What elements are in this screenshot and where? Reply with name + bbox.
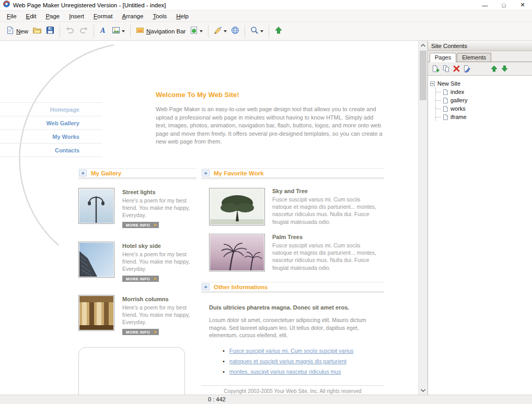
site-panel-toolbar (428, 62, 532, 75)
new-button[interactable]: New (4, 25, 30, 38)
navigation-bar-icon (136, 26, 144, 37)
gallery-item-text[interactable]: Here's a poem for my best friend. You ma… (122, 304, 196, 326)
street-lights-thumbnail[interactable] (78, 188, 114, 224)
svg-text:A: A (100, 27, 105, 34)
chevron-down-icon (224, 30, 227, 32)
gallery-item-text[interactable]: Here's a poem for my best friend. You ma… (122, 197, 196, 219)
gallery-item: Hotel sky side Here's a poem for my best… (78, 242, 196, 282)
other-info-paragraph[interactable]: Losum dolor sit amet, consectetuer adipi… (209, 316, 377, 339)
maximize-button[interactable]: □ (494, 0, 513, 10)
toolbar-separator (208, 25, 209, 38)
favorite-item-text[interactable]: Fusce suscipit varius mi. Cum sociis nat… (272, 242, 381, 271)
save-button[interactable] (44, 25, 56, 38)
hotel-sky-side-thumbnail[interactable] (78, 242, 114, 278)
chevron-down-icon (122, 30, 125, 32)
edit-page-button[interactable] (461, 64, 472, 74)
menu-edit[interactable]: Edit (21, 11, 41, 21)
move-page-up-button[interactable] (489, 64, 499, 74)
navigation-bar-button[interactable]: Navigation Bar (134, 25, 188, 38)
gallery-item-title[interactable]: Hotel sky side (122, 243, 196, 249)
statusbar: 0 : 442 (0, 395, 532, 404)
nav-item-homepage[interactable]: Homepage (0, 103, 102, 116)
welcome-paragraph[interactable]: Web Page Maker is an easy-to-use web pag… (156, 105, 386, 146)
collapse-minus-icon[interactable] (430, 81, 435, 86)
scroll-down-button[interactable] (419, 386, 427, 395)
copyright-text: Copyright 2003-2005 Your Web Site, Inc. … (201, 388, 384, 394)
more-info-button[interactable]: MORE INFO » (122, 329, 159, 335)
page-icon (443, 97, 448, 104)
morrish-columns-thumbnail[interactable] (78, 295, 114, 331)
palm-trees-thumbnail[interactable] (209, 234, 265, 271)
scroll-up-button[interactable] (419, 41, 427, 50)
image-icon (112, 26, 120, 37)
tree-item-iframe[interactable]: iframe (436, 113, 530, 121)
page-canvas[interactable]: Homepage Web Gallery My Works Contacts W… (0, 41, 418, 395)
undo-button[interactable] (63, 25, 77, 38)
empty-rounded-box[interactable] (78, 347, 185, 395)
favorite-item-title[interactable]: Palm Trees (272, 234, 381, 240)
nav-item-web-gallery[interactable]: Web Gallery (0, 116, 102, 130)
scrollbar-thumb[interactable] (420, 51, 426, 100)
text-tool-button[interactable]: A (97, 25, 110, 38)
gallery-item-title[interactable]: Morrish columns (122, 296, 196, 302)
menu-tools[interactable]: Tools (148, 11, 171, 21)
tab-pages[interactable]: Pages (430, 53, 456, 62)
minimize-button[interactable]: — (476, 0, 494, 10)
add-page-button[interactable] (430, 64, 441, 74)
more-info-button[interactable]: MORE INFO » (122, 276, 159, 282)
tree-item-index[interactable]: index (436, 88, 530, 96)
gallery-section-header[interactable]: » My Gallery (78, 168, 196, 179)
favorite-item-text[interactable]: Fusce suscipit varius mi. Cum sociis nat… (272, 196, 381, 225)
delete-x-icon (453, 65, 460, 73)
vertical-scrollbar[interactable] (418, 41, 427, 395)
arrow-down-icon (501, 65, 508, 72)
menu-format[interactable]: Format (89, 11, 117, 21)
open-button[interactable] (30, 25, 44, 38)
bullet-link[interactable]: Fusce suscipit varius mi. Cum sociis sus… (229, 348, 353, 354)
bullet-link[interactable]: montes, suscipit varius nascetur ridicul… (229, 369, 341, 375)
close-button[interactable]: ✕ (513, 0, 532, 10)
tree-item-gallery[interactable]: gallery (436, 96, 530, 104)
draw-tool-button[interactable] (212, 25, 229, 38)
welcome-heading[interactable]: Welcome To My Web Site! (156, 91, 239, 99)
other-info-heading[interactable]: Duis ultricies pharetra magna. Donec sit… (209, 304, 379, 311)
app-icon (3, 0, 10, 10)
gallery-item-title[interactable]: Street lights (122, 189, 196, 195)
copy-page-button[interactable] (441, 64, 451, 74)
favorite-item-title[interactable]: Sky and Tree (272, 188, 381, 194)
publish-button[interactable] (272, 25, 285, 38)
menu-page[interactable]: Page (41, 11, 64, 21)
other-section-title: Other Informations (214, 284, 268, 290)
zoom-button[interactable] (248, 25, 265, 38)
arrow-up-icon (491, 65, 498, 72)
open-folder-icon (32, 26, 42, 37)
sky-and-tree-thumbnail[interactable] (209, 188, 265, 225)
tab-elements[interactable]: Elements (457, 53, 491, 62)
menu-file[interactable]: File (2, 11, 21, 21)
redo-button[interactable] (77, 25, 90, 38)
preview-button[interactable] (229, 25, 241, 38)
titlebar: Web Page Maker Unregistered Version - [U… (0, 0, 532, 10)
gallery-item-text[interactable]: Here's a poem for my best friend. You ma… (122, 251, 196, 273)
bullet-link[interactable]: natoques et suscipit varius magnis dis p… (229, 358, 346, 364)
site-contents-panel: Site Contents Pages Elements (427, 41, 532, 395)
menu-help[interactable]: Help (171, 11, 193, 21)
tree-root-new-site[interactable]: New Site (430, 79, 530, 88)
undo-icon (65, 26, 75, 37)
delete-page-button[interactable] (451, 64, 461, 74)
tree-root-label: New Site (437, 80, 460, 87)
more-info-button[interactable]: MORE INFO » (122, 222, 159, 228)
nav-item-contacts[interactable]: Contacts (0, 144, 102, 157)
form-tool-button[interactable] (188, 25, 205, 38)
nav-item-my-works[interactable]: My Works (0, 130, 102, 144)
scrollbar-track[interactable] (419, 50, 427, 386)
image-tool-button[interactable] (110, 25, 127, 38)
menu-arrange[interactable]: Arrange (117, 11, 148, 21)
cursor-position-indicator: 0 : 442 (208, 396, 226, 402)
move-page-down-button[interactable] (499, 64, 510, 74)
menu-insert[interactable]: Insert (64, 11, 89, 21)
tree-item-works[interactable]: works (436, 104, 530, 113)
double-arrow-icon: » (154, 329, 157, 335)
other-section-header[interactable]: » Other Informations (201, 282, 384, 293)
favorite-section-header[interactable]: » My Favorite Work (201, 168, 384, 179)
